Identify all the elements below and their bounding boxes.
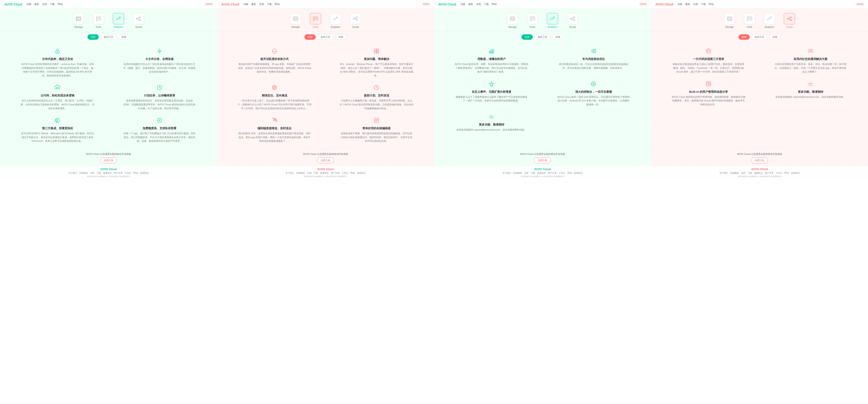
nav-link-features-4[interactable]: 功能 [678, 3, 682, 6]
feature-desc-3-1: AVOS Cloud 提供实用、免费、专业的移动应用统计分析服务，帮助你了解应用… [455, 62, 528, 74]
tab-howto-4[interactable]: 如何工作 [751, 34, 768, 40]
nav-cta-2[interactable]: 招聘啦 [423, 3, 430, 6]
footer-link-docs-1[interactable]: 文档 [90, 172, 94, 175]
tab-overview-1[interactable]: 总览 [88, 34, 99, 40]
nav-link-features-3[interactable]: 功能 [461, 3, 465, 6]
nav-link-blog-1[interactable]: Blog [58, 3, 62, 6]
footer-link-price-1[interactable]: 价格概览 [79, 172, 88, 175]
product-analytics-2[interactable]: Analytics [330, 13, 341, 28]
nav-link-blog-4[interactable]: Blog [709, 3, 713, 6]
tab-howto-2[interactable]: 如何工作 [317, 34, 334, 40]
footer-link-about-4[interactable]: 关于我们 [719, 172, 728, 175]
product-social-4[interactable]: Social [784, 13, 795, 28]
product-storage-2[interactable]: Storage [290, 13, 301, 28]
nav-link-docs-3[interactable]: 文档 [476, 3, 481, 6]
product-analytics-4[interactable]: Analytics [764, 13, 775, 28]
footer-link-price-4[interactable]: 价格概览 [730, 172, 739, 175]
storage-icon-box-1 [73, 13, 84, 24]
broadcast-icon-2 [272, 117, 278, 125]
product-push-2[interactable]: Push [310, 13, 321, 28]
footer-link-terms-1[interactable]: 使用协议 [140, 172, 149, 175]
footer-link-work-2[interactable]: 工作台 [342, 172, 348, 175]
footer-link-users-2[interactable]: 用户文章 [331, 172, 340, 175]
footer-link-download-1[interactable]: 下载 [97, 172, 101, 175]
product-push-1[interactable]: Push [93, 13, 104, 28]
nav-link-download-2[interactable]: 下载 [267, 3, 272, 6]
footer-link-health-4[interactable]: 健康状态 [754, 172, 763, 175]
nav-link-download-3[interactable]: 下载 [484, 3, 489, 6]
footer-link-terms-2[interactable]: 使用协议 [357, 172, 366, 175]
footer-cta-btn-2[interactable]: 免费注册 [317, 157, 334, 163]
footer-link-about-2[interactable]: 关于我们 [285, 172, 294, 175]
footer-link-users-4[interactable]: 用户文章 [765, 172, 774, 175]
footer-link-price-3[interactable]: 价格概览 [513, 172, 522, 175]
footer-link-about-1[interactable]: 关于我们 [68, 172, 77, 175]
tab-price-3[interactable]: 价格 [552, 34, 563, 40]
footer-link-work-3[interactable]: 工作台 [559, 172, 565, 175]
nav-cta-1[interactable]: 招聘啦 [206, 3, 213, 6]
footer-link-docs-3[interactable]: 文档 [524, 172, 528, 175]
nav-link-download-4[interactable]: 下载 [701, 3, 706, 6]
footer-cta-btn-1[interactable]: 免费注册 [100, 157, 117, 163]
nav-link-blog-3[interactable]: Blog [492, 3, 496, 6]
footer-link-health-3[interactable]: 健康状态 [537, 172, 546, 175]
nav-logo-3: AVOS Cloud [438, 3, 456, 6]
footer-link-users-3[interactable]: 用户文章 [548, 172, 557, 175]
footer-link-blog-1[interactable]: Blog [133, 172, 138, 175]
footer-link-blog-2[interactable]: Blog [350, 172, 355, 175]
nav-cta-4[interactable]: 招聘啦 [857, 3, 864, 6]
footer-link-users-1[interactable]: 用户文章 [114, 172, 123, 175]
nav-link-service-4[interactable]: 服务 [685, 3, 690, 6]
tab-overview-2[interactable]: 总览 [305, 34, 316, 40]
footer-link-blog-4[interactable]: Blog [784, 172, 789, 175]
footer-link-price-2[interactable]: 价格概览 [296, 172, 305, 175]
nav-link-service-2[interactable]: 服务 [251, 3, 256, 6]
nav-link-docs-1[interactable]: 文档 [42, 3, 47, 6]
footer-link-terms-4[interactable]: 使用协议 [791, 172, 800, 175]
nav-link-download-1[interactable]: 下载 [50, 3, 55, 6]
product-social-2[interactable]: Social [350, 13, 361, 28]
product-social-3[interactable]: Social [567, 13, 578, 28]
nav-cta-3[interactable]: 招聘啦 [640, 3, 647, 6]
footer-link-download-3[interactable]: 下载 [531, 172, 535, 175]
footer-link-blog-3[interactable]: Blog [567, 172, 572, 175]
product-storage-3[interactable]: Storage [507, 13, 518, 28]
footer-link-health-1[interactable]: 健康状态 [103, 172, 112, 175]
tab-overview-4[interactable]: 总览 [739, 34, 750, 40]
product-storage-1[interactable]: Storage [73, 13, 84, 28]
nav-link-service-3[interactable]: 服务 [468, 3, 473, 6]
footer-link-health-2[interactable]: 健康状态 [320, 172, 329, 175]
footer-link-docs-2[interactable]: 文档 [307, 172, 311, 175]
tab-price-4[interactable]: 价格 [769, 34, 780, 40]
nav-link-features-2[interactable]: 功能 [244, 3, 248, 6]
footer-link-docs-4[interactable]: 文档 [741, 172, 745, 175]
tab-howto-3[interactable]: 如何工作 [534, 34, 551, 40]
tab-overview-3[interactable]: 总览 [522, 34, 533, 40]
nav-link-docs-4[interactable]: 文档 [693, 3, 698, 6]
footer-link-work-4[interactable]: 工作台 [776, 172, 782, 175]
nav-link-features-1[interactable]: 功能 [27, 3, 31, 6]
nav-link-service-1[interactable]: 服务 [34, 3, 39, 6]
footer-link-about-3[interactable]: 关于我们 [502, 172, 511, 175]
product-analytics-3[interactable]: Analytics [547, 13, 558, 28]
product-analytics-1[interactable]: Analytics [113, 13, 124, 28]
product-storage-4[interactable]: Storage [724, 13, 735, 28]
tab-price-1[interactable]: 价格 [118, 34, 129, 40]
footer-link-article-1[interactable]: 工作台 [125, 172, 131, 175]
nav-link-blog-2[interactable]: Blog [275, 3, 279, 6]
tab-price-2[interactable]: 价格 [335, 34, 346, 40]
editor-icon-2 [373, 117, 379, 125]
custom-event-icon-3 [489, 81, 495, 88]
feature-desc-4-4: 欢迎发送电邮至 support@avoscloud.com，说出你最想要的功能。 [776, 95, 845, 99]
nav-link-docs-2[interactable]: 文档 [259, 3, 264, 6]
footer-link-terms-3[interactable]: 使用协议 [574, 172, 583, 175]
footer-link-download-4[interactable]: 下载 [748, 172, 752, 175]
footer-link-download-2[interactable]: 下载 [314, 172, 318, 175]
product-social-1[interactable]: Social [133, 13, 144, 28]
product-push-3[interactable]: Push [527, 13, 538, 28]
tab-howto-1[interactable]: 如何工作 [100, 34, 117, 40]
footer-cta-btn-4[interactable]: 免费注册 [751, 157, 768, 163]
product-push-4[interactable]: Push [744, 13, 755, 28]
feature-title-2-2: 复杂问题、简单解决 [364, 57, 389, 61]
footer-cta-btn-3[interactable]: 免费注册 [534, 157, 551, 163]
